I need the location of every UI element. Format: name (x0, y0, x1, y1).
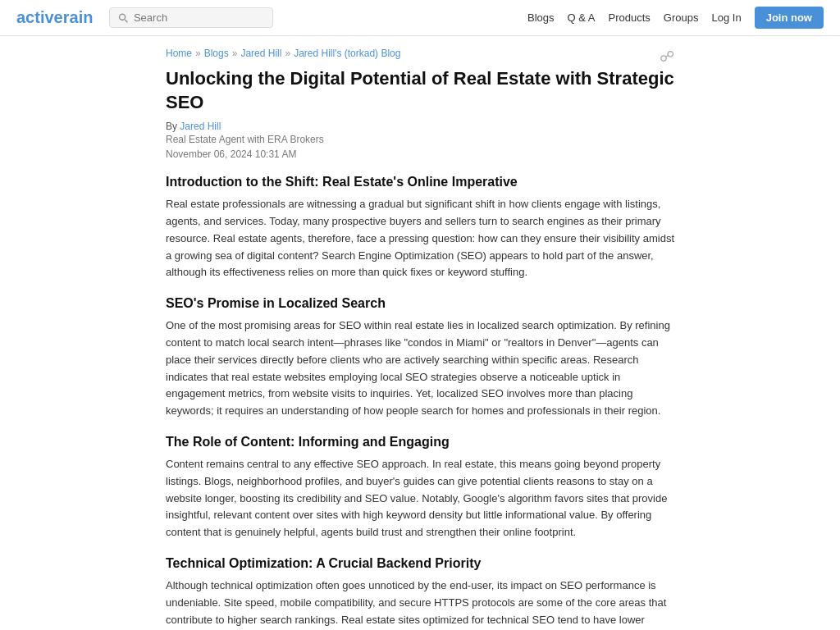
logo[interactable]: activerain (16, 8, 93, 27)
author-link[interactable]: Jared Hill (180, 121, 221, 132)
svg-line-1 (126, 19, 128, 21)
section-heading-0: Introduction to the Shift: Real Estate's… (166, 175, 674, 189)
section-heading-2: The Role of Content: Informing and Engag… (166, 435, 674, 450)
breadcrumb-sep-2: » (232, 48, 238, 59)
section-heading-3: Technical Optimization: A Crucial Backen… (166, 556, 674, 571)
bookmark-icon[interactable]: ☍ (660, 48, 674, 66)
logo-rain: rain (63, 8, 94, 26)
search-input[interactable] (134, 11, 264, 24)
article-title: Unlocking the Digital Potential of Real … (166, 67, 674, 114)
breadcrumb-blogs[interactable]: Blogs (204, 48, 229, 59)
section-body-2: Content remains central to any effective… (166, 456, 674, 541)
header: activerain Blogs Q & A Products Groups L… (0, 0, 840, 36)
article-sections: Introduction to the Shift: Real Estate's… (166, 175, 674, 630)
breadcrumb-sep-1: » (195, 48, 201, 59)
logo-active: active (16, 8, 63, 26)
breadcrumb-home[interactable]: Home (166, 48, 192, 59)
breadcrumb-sep-3: » (285, 48, 290, 59)
breadcrumb: Home » Blogs » Jared Hill » Jared Hill's… (166, 48, 400, 59)
nav-groups[interactable]: Groups (664, 11, 699, 24)
svg-point-0 (120, 14, 126, 20)
section-heading-1: SEO's Promise in Localized Search (166, 296, 674, 311)
search-bar[interactable] (109, 7, 273, 28)
nav-login[interactable]: Log In (712, 11, 742, 24)
nav-products[interactable]: Products (609, 11, 651, 24)
search-icon (118, 12, 129, 24)
section-body-0: Real estate professionals are witnessing… (166, 196, 674, 281)
article-author-line: By Jared Hill (166, 121, 674, 132)
article-date: November 06, 2024 10:31 AM (166, 148, 674, 160)
section-body-1: One of the most promising areas for SEO … (166, 317, 674, 420)
article-content: Home » Blogs » Jared Hill » Jared Hill's… (149, 36, 691, 630)
join-now-button[interactable]: Join now (755, 7, 824, 29)
nav-qa[interactable]: Q & A (568, 11, 596, 24)
breadcrumb-current: Jared Hill's (torkad) Blog (294, 48, 400, 59)
logo-text: activerain (16, 8, 93, 27)
author-prefix: By (166, 121, 180, 132)
breadcrumb-jared-hill[interactable]: Jared Hill (240, 48, 281, 59)
section-body-3: Although technical optimization often go… (166, 578, 674, 630)
nav-blogs[interactable]: Blogs (527, 11, 555, 24)
article-credential: Real Estate Agent with ERA Brokers (166, 134, 674, 145)
nav-links: Blogs Q & A Products Groups Log In (527, 11, 742, 24)
